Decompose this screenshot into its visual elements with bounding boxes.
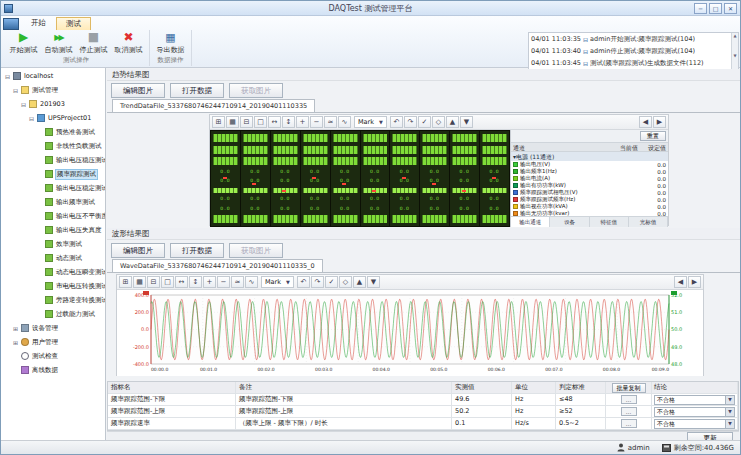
app-menu-tab[interactable] (3, 18, 19, 30)
wave-data-file-tab[interactable]: WaveDataFile_5337680746244710914_2019040… (112, 259, 323, 272)
tree-item[interactable]: 效率测试 (1, 237, 105, 251)
scroll-left-icon[interactable]: ◀ (639, 116, 652, 128)
expander-icon[interactable]: ⊟ (20, 101, 27, 108)
chart-tool-icon[interactable]: ▲ (353, 276, 366, 288)
expander-icon[interactable]: ⊟ (4, 73, 11, 80)
chart-tool-icon[interactable]: ⊞ (212, 116, 225, 128)
play-test-button[interactable]: ▶开始测试 (6, 30, 41, 56)
expander-icon[interactable]: ⊟ (12, 87, 19, 94)
expander-icon[interactable]: ⊟ (28, 115, 35, 122)
tree-item[interactable]: 输出电压稳定测试 (1, 181, 105, 195)
tree-item[interactable]: ⊟测试管理 (1, 83, 105, 97)
log-entry[interactable]: 04/01 11:03:40⊟admin停止测试:频率跟踪测试(104) (529, 45, 738, 57)
chart-tool-icon[interactable]: ✓ (418, 116, 431, 128)
channel-row[interactable]: 频率跟踪测试频率(Hz)0.0 (511, 196, 668, 203)
tree-item[interactable]: 市电电压转换测试 (1, 279, 105, 293)
tree-item[interactable]: 频率跟踪测试 (1, 167, 105, 181)
auto-test-button[interactable]: ▶▶自动测试 (41, 30, 76, 56)
chart-tool-icon[interactable]: ↔ (175, 276, 188, 288)
ribbon-tab-1[interactable]: 测试 (56, 17, 91, 30)
channel-row[interactable]: 输出电压(V)0.0 (511, 161, 668, 168)
log-entry[interactable]: 04/01 11:03:35⊟admin开始测试:频率跟踪测试(104) (529, 33, 738, 45)
wave-open-data-button[interactable]: 打开数据 (170, 243, 224, 258)
chart-tool-icon[interactable]: ◇ (339, 276, 352, 288)
channel-row[interactable]: 输出电流(A)0.0 (511, 175, 668, 182)
chart-tool-icon[interactable]: ↶ (390, 116, 403, 128)
tree-item[interactable]: 输出频率测试 (1, 195, 105, 209)
row-detail-button[interactable]: … (621, 419, 637, 428)
chart-tool-icon[interactable]: − (217, 276, 230, 288)
chart-tool-icon[interactable]: ↔ (268, 116, 281, 128)
chart-tool-icon[interactable]: □ (161, 276, 174, 288)
chart-tool-icon[interactable]: ◇ (432, 116, 445, 128)
chart-tool-icon[interactable]: ⊞ (119, 276, 132, 288)
tree-item[interactable]: ⊟localhost (1, 69, 105, 83)
mark-dropdown[interactable]: Mark▼ (354, 116, 387, 128)
chart-tool-icon[interactable]: ▦ (133, 276, 146, 288)
tree-item[interactable]: 过载能力测试 (1, 307, 105, 321)
scroll-right-icon[interactable]: ▶ (653, 116, 666, 128)
channel-row[interactable]: 输出频率1(Hz)0.0 (511, 168, 668, 175)
scroll-left-icon[interactable]: ◀ (674, 276, 687, 288)
tree-item[interactable]: ⊟201903 (1, 97, 105, 111)
chart-tool-icon[interactable]: ≈ (231, 276, 244, 288)
mark-dropdown[interactable]: Mark▼ (261, 276, 294, 288)
chart-tool-icon[interactable]: ∿ (338, 116, 351, 128)
trend-meter-panels[interactable]: 0.00.00.00.00.00.00.00.00.00.00.00.00.00… (210, 130, 510, 227)
tree-item[interactable]: ⊟UPSProject01 (1, 111, 105, 125)
chart-tool-icon[interactable]: + (296, 116, 309, 128)
channel-group-row[interactable]: ▾电源 (11通道) (511, 152, 668, 161)
chart-tool-icon[interactable]: ▼ (460, 116, 473, 128)
tree-item[interactable]: 旁路逆变转换测试 (1, 293, 105, 307)
channel-row[interactable]: 输出视在功率(kVA)0.0 (511, 203, 668, 210)
tree-item[interactable]: ⊞用户管理 (1, 335, 105, 349)
tree-item[interactable]: 测试检查 (1, 349, 105, 363)
expander-icon[interactable]: ⊞ (12, 339, 19, 346)
close-button[interactable]: ✕ (724, 3, 737, 14)
tree-item[interactable]: 离线数据 (1, 363, 105, 377)
tree-item[interactable]: 非线性负载测试 (1, 139, 105, 153)
tree-item[interactable]: 动态电压瞬变测试 (1, 265, 105, 279)
chart-tool-icon[interactable]: − (310, 116, 323, 128)
row-detail-button[interactable]: … (621, 395, 637, 404)
ribbon-tab-0[interactable]: 开始 (22, 17, 55, 30)
tree-item[interactable]: ⊞设备管理 (1, 321, 105, 335)
tree-item[interactable]: 动态测试 (1, 251, 105, 265)
chart-tool-icon[interactable]: ⊟ (240, 116, 253, 128)
channel-reset-button[interactable]: 重置 (640, 131, 666, 141)
chart-tool-icon[interactable]: ∿ (245, 276, 258, 288)
log-entry[interactable]: 04/01 11:03:45⊟测试(频率跟踪测试)生成数据文件(112) (529, 57, 738, 69)
conclusion-dropdown[interactable]: 不合格▼ (654, 407, 735, 417)
trend-edit-image-button[interactable]: 编辑图片 (111, 83, 165, 98)
tree-item[interactable]: 预热准备测试 (1, 125, 105, 139)
channel-tab[interactable]: 设备 (550, 217, 589, 227)
wave-edit-image-button[interactable]: 编辑图片 (111, 243, 165, 258)
export-test-button[interactable]: ▦导出数据 (153, 30, 188, 56)
channel-tab[interactable]: 特征值 (590, 217, 629, 227)
channel-tab[interactable]: 光标值 (629, 217, 668, 227)
trend-data-file-tab[interactable]: TrendDataFile_5337680746244710914_201904… (112, 99, 315, 112)
expander-icon[interactable]: ⊞ (12, 325, 19, 332)
chart-tool-icon[interactable]: ▦ (226, 116, 239, 128)
trend-open-data-button[interactable]: 打开数据 (170, 83, 224, 98)
chart-tool-icon[interactable]: ↕ (282, 116, 295, 128)
maximize-button[interactable]: □ (709, 3, 722, 14)
chart-tool-icon[interactable]: ✓ (325, 276, 338, 288)
stop-test-button[interactable]: ■停止测试 (76, 30, 111, 56)
channel-row[interactable]: 频率跟踪测试相电压(V)0.0 (511, 189, 668, 196)
chart-tool-icon[interactable]: ▼ (367, 276, 380, 288)
batch-copy-button[interactable]: 批量复制 (612, 383, 646, 393)
chart-tool-icon[interactable]: ↶ (297, 276, 310, 288)
conclusion-dropdown[interactable]: 不合格▼ (654, 419, 735, 429)
scroll-right-icon[interactable]: ▶ (688, 276, 701, 288)
tree-item[interactable]: 输出电压失真度 (1, 223, 105, 237)
row-detail-button[interactable]: … (621, 407, 637, 416)
channel-row[interactable]: 输出有功功率(kW)0.0 (511, 182, 668, 189)
cancel-test-button[interactable]: ✖取消测试 (111, 30, 146, 56)
chart-tool-icon[interactable]: ↕ (189, 276, 202, 288)
channel-tab[interactable]: 输出通道 (511, 217, 550, 227)
minimize-button[interactable]: ─ (694, 3, 707, 14)
conclusion-dropdown[interactable]: 不合格▼ (654, 395, 735, 405)
chart-tool-icon[interactable]: □ (254, 116, 267, 128)
chart-tool-icon[interactable]: ↷ (404, 116, 417, 128)
